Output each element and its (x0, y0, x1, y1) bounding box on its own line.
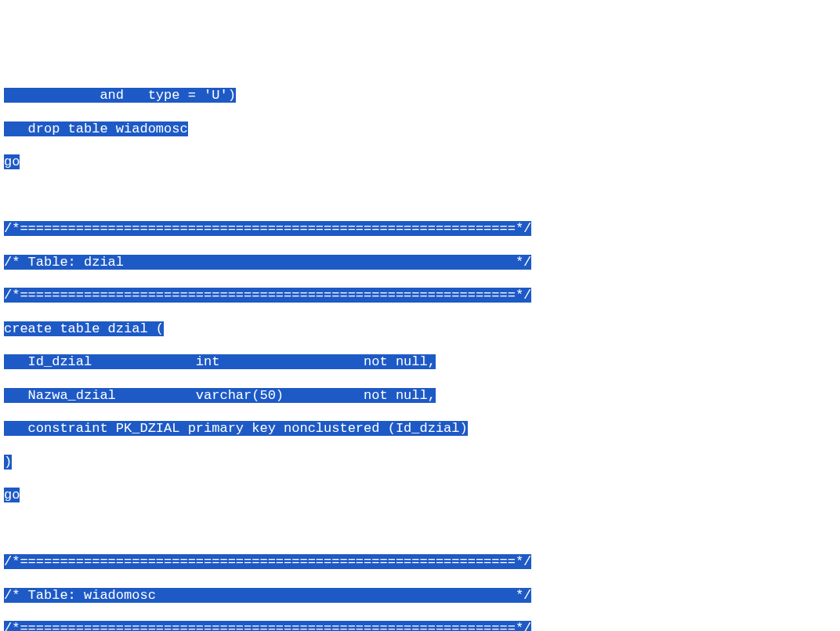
code-line: Id_dzial int not null, (4, 354, 836, 370)
sql-code-editor[interactable]: and type = 'U') drop table wiadomosc go … (4, 71, 836, 631)
code-line: /*======================================… (4, 287, 836, 303)
code-line: go (4, 154, 836, 170)
code-line: /*======================================… (4, 553, 836, 570)
code-line: go (4, 487, 836, 503)
code-line: /* Table: dzial */ (4, 254, 836, 270)
code-line-blank (4, 187, 836, 204)
code-line: and type = 'U') (4, 87, 836, 103)
code-line: /*======================================… (4, 220, 836, 237)
code-line: constraint PK_DZIAL primary key nonclust… (4, 420, 836, 437)
code-line: Nazwa_dzial varchar(50) not null, (4, 387, 836, 404)
code-line-blank (4, 520, 836, 537)
code-line: drop table wiadomosc (4, 121, 836, 137)
code-line: /*======================================… (4, 620, 836, 631)
code-line: create table dzial ( (4, 321, 836, 337)
code-line: ) (4, 454, 836, 470)
code-line: /* Table: wiadomosc */ (4, 587, 836, 604)
